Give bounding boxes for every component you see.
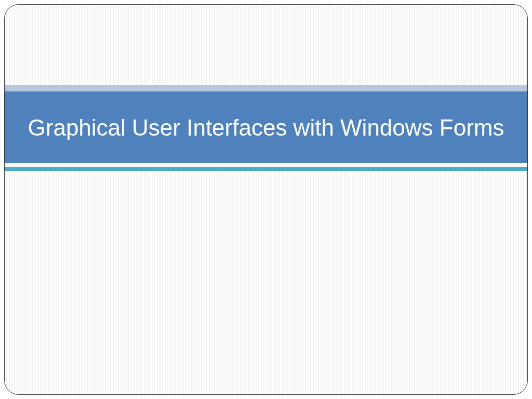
title-band: Graphical User Interfaces with Windows F…	[5, 91, 527, 163]
bottom-accent-bar	[5, 167, 527, 171]
slide-title: Graphical User Interfaces with Windows F…	[28, 113, 504, 142]
top-accent-bar	[5, 85, 527, 91]
slide-frame: Graphical User Interfaces with Windows F…	[4, 4, 528, 395]
